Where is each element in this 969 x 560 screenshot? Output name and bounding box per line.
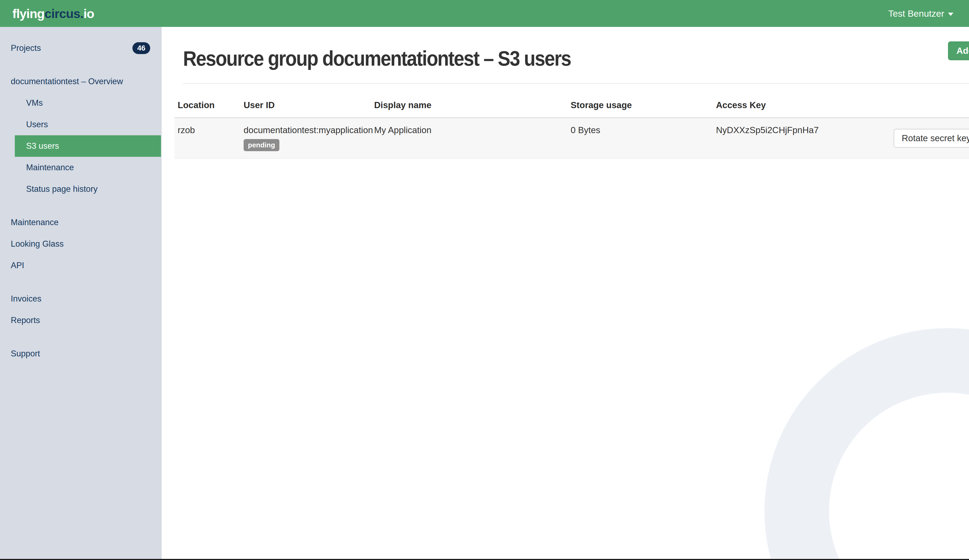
column-header-display-name: Display name	[371, 100, 568, 110]
sidebar-item-label: Users	[26, 120, 48, 130]
sidebar-item-label: documentationtest – Overview	[11, 76, 123, 86]
sidebar-item-label: Reports	[11, 316, 40, 325]
logo-text-flying: flying	[12, 7, 44, 21]
add-s3-user-button[interactable]: Add S3 user	[948, 42, 969, 60]
main-content: Resource group documentationtest – S3 us…	[162, 27, 969, 559]
logo-text-dot: .	[80, 7, 83, 21]
sidebar-item-users[interactable]: Users	[0, 114, 161, 135]
sidebar-item-label: Projects	[11, 43, 41, 53]
sidebar-item-invoices[interactable]: Invoices	[0, 288, 161, 309]
cell-access-key: NyDXXzSp5i2CHjFpnHa7	[713, 118, 891, 158]
table-row: rzob documentationtest:myapplication pen…	[175, 117, 969, 159]
sidebar-item-s3-users[interactable]: S3 users	[15, 135, 161, 157]
sidebar-item-maintenance-sub[interactable]: Maintenance	[0, 157, 161, 178]
cell-location: rzob	[175, 118, 240, 158]
sidebar-item-label: VMs	[26, 98, 43, 108]
user-menu[interactable]: Test Benutzer	[888, 8, 953, 19]
rotate-secret-key-button[interactable]: Rotate secret key	[894, 129, 969, 148]
logo-text-io: io	[83, 7, 94, 21]
cell-actions: Rotate secret key Delete	[891, 118, 969, 158]
sidebar-item-label: Status page history	[26, 184, 97, 194]
top-header-bar: flyingcircus.io Test Benutzer	[0, 0, 969, 27]
sidebar-group-gap	[0, 331, 161, 343]
sidebar-item-label: Invoices	[11, 294, 42, 304]
table-header-row: Location User ID Display name Storage us…	[175, 95, 969, 117]
column-header-actions	[891, 100, 969, 110]
sidebar-item-overview[interactable]: documentationtest – Overview	[0, 71, 161, 92]
status-badge: pending	[244, 139, 280, 151]
sidebar-item-label: Looking Glass	[11, 239, 63, 249]
column-header-user-id: User ID	[240, 100, 371, 110]
sidebar-item-label: Support	[11, 349, 40, 359]
sidebar-item-label: Maintenance	[26, 163, 74, 173]
s3-users-table: Location User ID Display name Storage us…	[175, 95, 969, 159]
sidebar-nav: Projects 46 documentationtest – Overview…	[0, 27, 162, 559]
column-header-storage-usage: Storage usage	[568, 100, 713, 110]
window-bottom-edge	[0, 559, 969, 560]
cell-display-name: My Application	[371, 118, 568, 158]
sidebar-item-label: Maintenance	[11, 218, 59, 227]
page-title: Resource group documentationtest – S3 us…	[183, 46, 941, 71]
sidebar-item-vms[interactable]: VMs	[0, 92, 161, 114]
sidebar-item-maintenance[interactable]: Maintenance	[0, 212, 161, 233]
sidebar-item-reports[interactable]: Reports	[0, 309, 161, 331]
sidebar-item-projects[interactable]: Projects 46	[0, 37, 161, 59]
column-header-location: Location	[175, 100, 240, 110]
caret-down-icon	[948, 13, 953, 16]
sidebar-item-label: S3 users	[26, 141, 59, 151]
sidebar-group-gap	[0, 200, 161, 212]
sidebar-item-looking-glass[interactable]: Looking Glass	[0, 233, 161, 255]
flyingcircus-logo[interactable]: flyingcircus.io	[12, 6, 94, 21]
sidebar-group-gap	[0, 59, 161, 71]
user-menu-name: Test Benutzer	[888, 8, 944, 19]
sidebar-group-gap	[0, 276, 161, 288]
sidebar-item-api[interactable]: API	[0, 255, 161, 276]
cell-storage-usage: 0 Bytes	[568, 118, 713, 158]
sidebar-item-status-page-history[interactable]: Status page history	[0, 178, 161, 200]
user-id-value: documentationtest:myapplication	[244, 125, 371, 135]
column-header-access-key: Access Key	[713, 100, 891, 110]
title-divider	[183, 83, 969, 84]
logo-text-circus: circus	[44, 7, 80, 21]
projects-count-badge: 46	[132, 42, 150, 54]
sidebar-item-support[interactable]: Support	[0, 343, 161, 364]
sidebar-item-label: API	[11, 261, 24, 270]
cell-user-id: documentationtest:myapplication pending	[240, 118, 371, 158]
